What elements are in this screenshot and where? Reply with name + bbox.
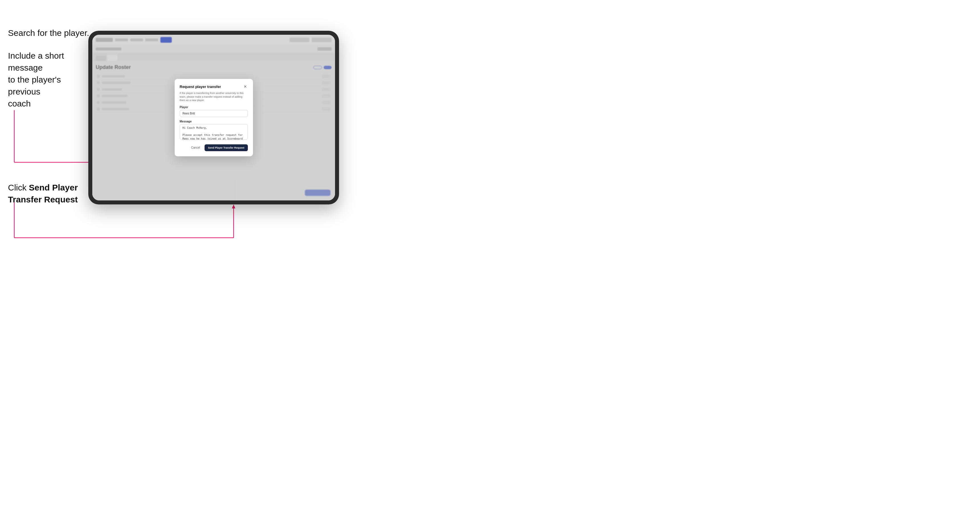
modal-overlay: Request player transfer ✕ If the player …	[92, 35, 335, 200]
player-search-input[interactable]	[180, 110, 248, 117]
cancel-button[interactable]: Cancel	[189, 145, 202, 150]
svg-marker-6	[232, 205, 235, 208]
app-content: Update Roster	[92, 35, 335, 200]
modal-close-button[interactable]: ✕	[243, 84, 248, 89]
tablet-screen: Update Roster	[92, 35, 335, 200]
tablet-device: Update Roster	[88, 31, 339, 205]
player-field-label: Player	[180, 106, 248, 109]
modal-header: Request player transfer ✕	[180, 84, 248, 89]
modal-description-text: If the player is transferring from anoth…	[180, 91, 248, 102]
message-field-label: Message	[180, 120, 248, 123]
modal-footer: Cancel Send Player Transfer Request	[180, 144, 248, 151]
request-transfer-modal: Request player transfer ✕ If the player …	[175, 79, 253, 156]
modal-title: Request player transfer	[180, 84, 221, 89]
message-textarea[interactable]: Hi Coach McHarg, Please accept this tran…	[180, 124, 248, 140]
annotation-click: Click Send Player Transfer Request	[8, 182, 85, 206]
annotation-search: Search for the player.	[8, 27, 89, 39]
annotation-message: Include a short message to the player's …	[8, 50, 85, 110]
send-transfer-request-button[interactable]: Send Player Transfer Request	[205, 144, 248, 151]
